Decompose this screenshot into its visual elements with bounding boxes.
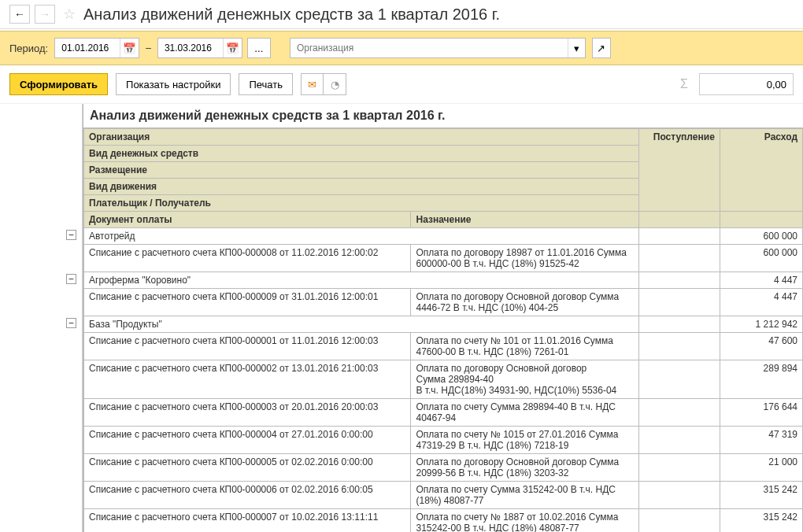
expense-cell: 1 212 942 bbox=[720, 316, 802, 333]
organization-dropdown-button[interactable]: ▾ bbox=[568, 39, 585, 57]
table-row: Списание с расчетного счета КП00-000006 … bbox=[84, 482, 803, 509]
period-options-button[interactable]: ... bbox=[247, 38, 271, 58]
expense-cell: 47 600 bbox=[720, 333, 802, 360]
doc-cell[interactable]: Списание с расчетного счета КП00-000002 … bbox=[84, 360, 411, 399]
income-cell bbox=[638, 228, 720, 245]
sigma-icon: Σ bbox=[680, 77, 688, 91]
hdr-doc: Документ оплаты bbox=[84, 212, 411, 228]
hdr-placement: Размещение bbox=[84, 162, 639, 179]
purpose-cell: Оплата по счету Сумма 315242-00 В т.ч. Н… bbox=[411, 482, 638, 509]
group-cell[interactable]: База "Продукты" bbox=[84, 316, 639, 333]
purpose-cell: Оплата по договору Основной договор Сумм… bbox=[411, 454, 638, 482]
hdr-purpose: Назначение bbox=[411, 212, 638, 228]
form-report-button[interactable]: Сформировать bbox=[9, 73, 108, 95]
expense-cell: 289 894 bbox=[720, 360, 802, 399]
income-cell bbox=[638, 454, 720, 482]
expense-cell: 47 319 bbox=[720, 427, 802, 454]
doc-cell[interactable]: Списание с расчетного счета КП00-000007 … bbox=[84, 509, 411, 533]
date-dash: – bbox=[146, 42, 151, 54]
income-cell bbox=[638, 509, 720, 533]
income-cell bbox=[638, 399, 720, 427]
page-title: Анализ движений денежных средств за 1 кв… bbox=[83, 6, 500, 24]
income-cell bbox=[638, 272, 720, 289]
expense-cell: 315 242 bbox=[720, 509, 802, 533]
purpose-cell: Оплата по счету № 1887 от 10.02.2016 Сум… bbox=[411, 509, 638, 533]
clock-icon[interactable]: ◔ bbox=[324, 74, 346, 94]
group-cell[interactable]: Автотрейд bbox=[84, 228, 639, 245]
purpose-cell: Оплата по счету № 1015 от 27.01.2016 Сум… bbox=[411, 427, 638, 454]
table-row: Списание с расчетного счета КП00-000005 … bbox=[84, 454, 803, 482]
purpose-cell: Оплата по договору 18987 от 11.01.2016 С… bbox=[411, 245, 638, 272]
doc-cell[interactable]: Списание с расчетного счета КП00-000008 … bbox=[84, 245, 411, 272]
calendar-icon[interactable]: 📅 bbox=[120, 39, 139, 57]
income-cell bbox=[638, 360, 720, 399]
expense-cell: 315 242 bbox=[720, 482, 802, 509]
table-row: Списание с расчетного счета КП00-000007 … bbox=[84, 509, 803, 533]
report-title: Анализ движений денежных средств за 1 кв… bbox=[83, 104, 803, 128]
table-row: Автотрейд600 000 bbox=[84, 228, 803, 245]
table-row: Агроферма "Коровино"4 447 bbox=[84, 272, 803, 289]
income-cell bbox=[638, 289, 720, 316]
income-cell bbox=[638, 245, 720, 272]
expense-cell: 21 000 bbox=[720, 454, 802, 482]
favorite-star-icon[interactable]: ☆ bbox=[63, 6, 76, 23]
income-cell bbox=[638, 482, 720, 509]
purpose-cell: Оплата по договору Основной договор Сумм… bbox=[411, 289, 638, 316]
expense-cell: 4 447 bbox=[720, 272, 802, 289]
doc-cell[interactable]: Списание с расчетного счета КП00-000004 … bbox=[84, 427, 411, 454]
nav-back-button[interactable]: ← bbox=[9, 5, 30, 24]
hdr-payer: Плательщик / Получатель bbox=[84, 195, 639, 212]
hdr-expense-sub bbox=[720, 212, 802, 228]
hdr-income-sub bbox=[638, 212, 720, 228]
purpose-cell: Оплата по договору Основной договор Сумм… bbox=[411, 360, 638, 399]
table-row: Списание с расчетного счета КП00-000004 … bbox=[84, 427, 803, 454]
expense-cell: 176 644 bbox=[720, 399, 802, 427]
table-row: Списание с расчетного счета КП00-000002 … bbox=[84, 360, 803, 399]
purpose-cell: Оплата по счету № 101 от 11.01.2016 Сумм… bbox=[411, 333, 638, 360]
organization-open-button[interactable]: ↗ bbox=[592, 38, 611, 58]
income-cell bbox=[638, 316, 720, 333]
organization-input[interactable] bbox=[290, 39, 568, 57]
email-icon[interactable]: ✉ bbox=[302, 74, 324, 94]
expense-cell: 4 447 bbox=[720, 289, 802, 316]
collapse-toggle[interactable]: − bbox=[66, 230, 76, 240]
doc-cell[interactable]: Списание с расчетного счета КП00-000005 … bbox=[84, 454, 411, 482]
doc-cell[interactable]: Списание с расчетного счета КП00-000009 … bbox=[84, 289, 411, 316]
print-button[interactable]: Печать bbox=[239, 73, 293, 95]
nav-forward-button[interactable]: → bbox=[35, 5, 55, 24]
table-row: База "Продукты"1 212 942 bbox=[84, 316, 803, 333]
income-cell bbox=[638, 333, 720, 360]
table-row: Списание с расчетного счета КП00-000001 … bbox=[84, 333, 803, 360]
table-row: Списание с расчетного счета КП00-000003 … bbox=[84, 399, 803, 427]
expense-cell: 600 000 bbox=[720, 228, 802, 245]
calendar-icon[interactable]: 📅 bbox=[223, 39, 242, 57]
income-cell bbox=[638, 427, 720, 454]
date-to-input[interactable] bbox=[158, 39, 223, 57]
purpose-cell: Оплата по счету Сумма 289894-40 В т.ч. Н… bbox=[411, 399, 638, 427]
doc-cell[interactable]: Списание с расчетного счета КП00-000003 … bbox=[84, 399, 411, 427]
table-row: Списание с расчетного счета КП00-000008 … bbox=[84, 245, 803, 272]
date-from-input[interactable] bbox=[55, 39, 120, 57]
hdr-move-type: Вид движения bbox=[84, 179, 639, 195]
table-row: Списание с расчетного счета КП00-000009 … bbox=[84, 289, 803, 316]
expense-cell: 600 000 bbox=[720, 245, 802, 272]
hdr-income: Поступление bbox=[638, 129, 720, 212]
period-label: Период: bbox=[9, 42, 48, 54]
hdr-org: Организация bbox=[84, 129, 639, 146]
group-cell[interactable]: Агроферма "Коровино" bbox=[84, 272, 639, 289]
doc-cell[interactable]: Списание с расчетного счета КП00-000001 … bbox=[84, 333, 411, 360]
doc-cell[interactable]: Списание с расчетного счета КП00-000006 … bbox=[84, 482, 411, 509]
hdr-expense: Расход bbox=[720, 129, 802, 212]
hdr-cash-type: Вид денежных средств bbox=[84, 146, 639, 162]
collapse-toggle[interactable]: − bbox=[66, 274, 76, 284]
sum-field[interactable] bbox=[699, 73, 794, 95]
collapse-toggle[interactable]: − bbox=[66, 318, 76, 328]
show-settings-button[interactable]: Показать настройки bbox=[116, 73, 231, 95]
